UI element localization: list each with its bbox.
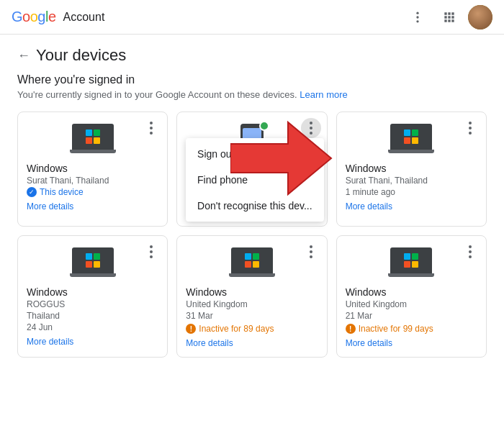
svg-point-1 (416, 16, 418, 18)
windows-logo-4 (86, 253, 100, 268)
apps-icon (442, 10, 456, 24)
device-grid: Windows Surat Thani, Thailand ✓ This dev… (17, 112, 487, 358)
apps-button[interactable] (436, 4, 462, 30)
section-description: You're currently signed in to your Googl… (17, 89, 487, 100)
windows-logo-6 (404, 253, 418, 268)
warning-icon-5: ! (186, 324, 196, 334)
three-dots-icon-4 (150, 245, 153, 258)
google-wordmark: Google (12, 9, 56, 25)
logo-o2: o (30, 9, 38, 24)
active-indicator (259, 121, 269, 131)
inactive-badge-5: ! Inactive for 89 days (186, 324, 318, 334)
dropdown-item-sign-out[interactable]: Sign out (186, 141, 324, 167)
device-time-6: 21 Mar (346, 311, 477, 321)
device-location-6: United Kingdom (346, 299, 477, 309)
more-details-link-1[interactable]: More details (27, 201, 73, 212)
app-header: Google Account (0, 0, 504, 35)
device-name-6: Windows (346, 286, 477, 298)
check-icon: ✓ (27, 187, 37, 197)
svg-point-2 (416, 20, 418, 22)
section-title: Where you're signed in (17, 73, 487, 86)
device-name-3: Windows (346, 163, 477, 174)
logo-o1: o (22, 9, 30, 24)
device-card-6: Windows United Kingdom 21 Mar ! Inactive… (336, 235, 487, 358)
laptop-icon-6 (388, 247, 434, 279)
three-dots-icon (150, 122, 153, 135)
dropdown-item-dont-recognise[interactable]: Don't recognise this dev... (186, 193, 324, 219)
breadcrumb: ← Your devices (17, 46, 487, 65)
card-menu-button-2[interactable] (301, 118, 321, 138)
device-card-5: Windows United Kingdom 31 Mar ! Inactive… (176, 235, 327, 358)
windows-logo-5 (245, 253, 259, 268)
device-time-3: 1 minute ago (346, 187, 477, 197)
more-vertical-icon (410, 10, 425, 24)
this-device-indicator: ✓ This device (27, 187, 158, 197)
warning-icon-6: ! (346, 324, 356, 334)
laptop-icon-3 (388, 124, 434, 155)
device-time-4: 24 Jun (27, 322, 158, 332)
laptop-icon-1 (70, 124, 116, 155)
device-name-4: Windows (27, 286, 158, 298)
page-content: ← Your devices Where you're signed in Yo… (0, 35, 504, 369)
card-menu-button-5[interactable] (301, 242, 321, 262)
laptop-icon-4 (70, 247, 116, 279)
device-location-5: United Kingdom (186, 299, 318, 309)
more-details-link-4[interactable]: More details (27, 337, 73, 347)
more-details-link-5[interactable]: More details (186, 338, 233, 348)
device-name-5: Windows (186, 286, 318, 298)
header-title: Account (63, 11, 105, 24)
device-icon-wrap-3 (346, 124, 477, 155)
inactive-badge-6: ! Inactive for 99 days (346, 324, 477, 334)
card-menu-button-3[interactable] (460, 118, 480, 138)
windows-logo-3 (404, 129, 418, 144)
device-name-1: Windows (27, 163, 158, 174)
device-card-1: Windows Surat Thani, Thailand ✓ This dev… (17, 112, 168, 227)
logo-e: e (48, 9, 56, 24)
more-details-link-3[interactable]: More details (346, 201, 392, 212)
svg-point-0 (416, 12, 418, 14)
more-details-link-6[interactable]: More details (346, 338, 392, 348)
logo-g: G (12, 9, 22, 24)
device-icon-wrap-5 (186, 247, 318, 279)
card-menu-button-6[interactable] (460, 242, 480, 262)
learn-more-link[interactable]: Learn more (300, 89, 347, 100)
avatar-button[interactable] (468, 5, 492, 29)
header-icons (405, 4, 492, 30)
google-logo: Google Account (12, 9, 104, 25)
device-location4-2: Thailand (27, 311, 158, 321)
three-dots-icon-2 (310, 122, 312, 135)
device-card-3: Windows Surat Thani, Thailand 1 minute a… (336, 112, 487, 227)
windows-logo-1 (86, 129, 100, 144)
device-location-3: Surat Thani, Thailand (346, 176, 477, 186)
device-card-2: Sign out Find phone Don't recognise this… (176, 112, 327, 227)
device-location-4: ROGGUS (27, 299, 158, 309)
dropdown-menu: Sign out Find phone Don't recognise this… (186, 138, 324, 222)
dropdown-item-find-phone[interactable]: Find phone (186, 167, 324, 193)
more-options-button[interactable] (405, 4, 431, 30)
device-icon-wrap-4 (27, 247, 158, 279)
three-dots-icon-6 (469, 245, 472, 258)
device-card-4: Windows ROGGUS Thailand 24 Jun More deta… (17, 235, 168, 358)
back-button[interactable]: ← (17, 48, 30, 63)
device-location-1: Surat Thani, Thailand (27, 176, 158, 186)
logo-g2: g (37, 9, 45, 24)
page-title: Your devices (36, 46, 126, 65)
three-dots-icon-3 (469, 122, 472, 135)
three-dots-icon-5 (310, 245, 312, 258)
device-time-5: 31 Mar (186, 311, 318, 321)
device-icon-wrap-6 (346, 247, 477, 279)
laptop-icon-5 (229, 247, 275, 279)
device-icon-wrap-1 (27, 124, 158, 155)
user-avatar (468, 5, 492, 29)
